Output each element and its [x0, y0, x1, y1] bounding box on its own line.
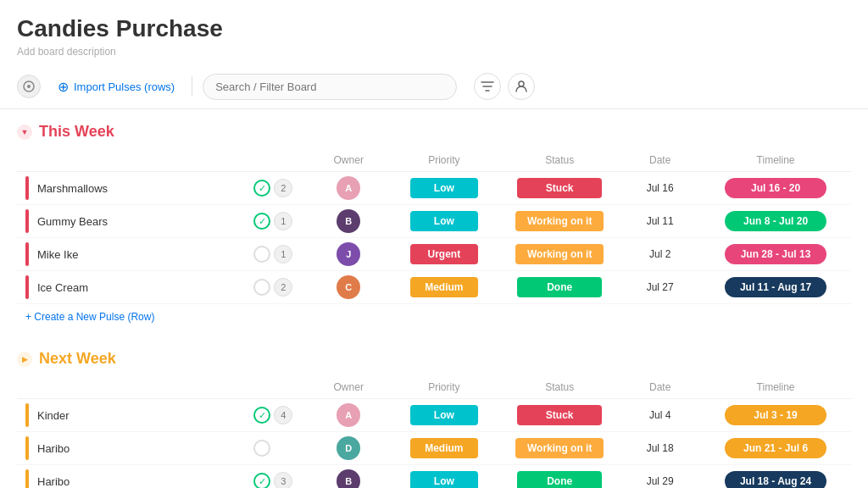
row-name[interactable]: Ice Cream — [37, 281, 88, 294]
import-button[interactable]: ⊕ Import Pulses (rows) — [51, 74, 181, 100]
table-row: Ice Cream 2 C Medium Done Jul 27 — [17, 271, 851, 304]
table-row: Haribo ✓ 3 B Low Done Jul 29 — [17, 465, 851, 489]
avatar: B — [337, 469, 360, 488]
row-status-cell[interactable]: Stuck — [499, 399, 620, 432]
group-next-week: ▶ Next Week Owner Priority Status Date T… — [17, 350, 851, 488]
status-badge[interactable]: Stuck — [517, 405, 602, 425]
timeline-badge[interactable]: Jun 8 - Jul 20 — [725, 211, 826, 231]
avatar: C — [337, 275, 360, 299]
row-checks-cell: 1 — [238, 238, 309, 271]
col-header-checks-nw — [238, 376, 309, 399]
row-status-cell[interactable]: Done — [499, 271, 620, 304]
priority-badge[interactable]: Urgent — [410, 244, 478, 264]
timeline-badge[interactable]: Jul 3 - 19 — [725, 405, 826, 425]
timeline-badge[interactable]: Jun 21 - Jul 6 — [725, 438, 826, 458]
toolbar: ⊕ Import Pulses (rows) — [0, 64, 868, 109]
row-timeline-cell[interactable]: Jul 16 - 20 — [700, 172, 851, 205]
row-name[interactable]: Haribo — [37, 475, 70, 488]
row-name-cell: Marshmallows — [17, 172, 238, 205]
row-owner-cell: A — [309, 399, 389, 432]
col-header-timeline: Timeline — [700, 149, 851, 172]
timeline-badge[interactable]: Jul 18 - Aug 24 — [725, 471, 826, 488]
row-priority-cell[interactable]: Low — [389, 465, 499, 489]
search-input[interactable] — [203, 74, 457, 100]
check-icon[interactable]: ✓ — [253, 407, 270, 424]
check-icon[interactable]: ✓ — [253, 213, 270, 230]
row-priority-cell[interactable]: Low — [389, 399, 499, 432]
row-date-cell: Jul 11 — [620, 205, 700, 238]
row-priority-cell[interactable]: Low — [389, 205, 499, 238]
col-header-priority: Priority — [389, 149, 499, 172]
timeline-badge[interactable]: Jul 11 - Aug 17 — [725, 277, 826, 297]
row-name-cell: Gummy Bears ✎ — [17, 205, 238, 238]
row-owner-cell: D — [309, 432, 389, 465]
priority-badge[interactable]: Low — [410, 211, 478, 231]
row-timeline-cell[interactable]: Jun 21 - Jul 6 — [700, 432, 851, 465]
priority-badge[interactable]: Low — [410, 471, 478, 488]
badge: 2 — [274, 179, 292, 197]
row-status-cell[interactable]: Working on it — [499, 432, 620, 465]
status-badge[interactable]: Done — [517, 277, 602, 297]
board-description[interactable]: Add board description — [17, 46, 851, 58]
row-name[interactable]: Gummy Bears ✎ — [37, 215, 120, 228]
row-name[interactable]: Mike Ike — [37, 248, 78, 261]
col-header-date: Date — [620, 149, 700, 172]
row-status-cell[interactable]: Working on it — [499, 205, 620, 238]
row-checks-cell: ✓ 4 — [238, 399, 309, 432]
row-date-cell: Jul 27 — [620, 271, 700, 304]
row-timeline-cell[interactable]: Jul 18 - Aug 24 — [700, 465, 851, 489]
row-timeline-cell[interactable]: Jun 28 - Jul 13 — [700, 238, 851, 271]
create-pulse-this-week[interactable]: + Create a New Pulse (Row) — [17, 304, 851, 330]
row-timeline-cell[interactable]: Jul 3 - 19 — [700, 399, 851, 432]
filter-icon-button[interactable] — [474, 73, 501, 100]
status-badge[interactable]: Working on it — [515, 438, 604, 458]
row-status-cell[interactable]: Done — [499, 465, 620, 489]
row-priority-cell[interactable]: Medium — [389, 271, 499, 304]
row-priority-cell[interactable]: Low — [389, 172, 499, 205]
group-next-week-collapse[interactable]: ▶ — [17, 352, 32, 367]
row-priority-cell[interactable]: Medium — [389, 432, 499, 465]
table-row: Gummy Bears ✎ ✓ 1 B Low Working on it Ju — [17, 205, 851, 238]
group-this-week-collapse[interactable]: ▼ — [17, 125, 32, 140]
col-header-name — [17, 149, 238, 172]
toggle-button[interactable] — [17, 75, 41, 98]
row-status-cell[interactable]: Working on it — [499, 238, 620, 271]
row-timeline-cell[interactable]: Jul 11 - Aug 17 — [700, 271, 851, 304]
badge: 4 — [274, 406, 292, 424]
check-icon[interactable] — [253, 440, 270, 457]
row-timeline-cell[interactable]: Jun 8 - Jul 20 — [700, 205, 851, 238]
check-icon[interactable] — [253, 246, 270, 263]
import-icon: ⊕ — [58, 79, 69, 95]
group-next-week-header: ▶ Next Week — [17, 350, 851, 368]
row-owner-cell: B — [309, 465, 389, 489]
status-badge[interactable]: Done — [517, 471, 602, 488]
check-icon[interactable]: ✓ — [253, 473, 270, 488]
timeline-badge[interactable]: Jul 16 - 20 — [725, 178, 826, 198]
col-header-status: Status — [499, 149, 620, 172]
priority-badge[interactable]: Low — [410, 178, 478, 198]
row-status-cell[interactable]: Stuck — [499, 172, 620, 205]
row-name[interactable]: Haribo — [37, 442, 70, 455]
timeline-badge[interactable]: Jun 28 - Jul 13 — [725, 244, 826, 264]
group-this-week-header: ▼ This Week — [17, 123, 851, 141]
priority-badge[interactable]: Medium — [410, 438, 478, 458]
row-name-cell: Haribo — [17, 432, 238, 465]
status-badge[interactable]: Stuck — [517, 178, 602, 198]
row-date-cell: Jul 2 — [620, 238, 700, 271]
status-badge[interactable]: Working on it — [515, 211, 604, 231]
row-name[interactable]: Kinder — [37, 409, 70, 422]
badge: 1 — [274, 245, 292, 263]
status-badge[interactable]: Working on it — [515, 244, 604, 264]
group-bar — [25, 275, 29, 299]
row-name[interactable]: Marshmallows — [37, 182, 108, 195]
check-icon[interactable]: ✓ — [253, 180, 270, 197]
user-icon-button[interactable] — [508, 73, 535, 100]
row-checks-cell: ✓ 3 — [238, 465, 309, 489]
check-icon[interactable] — [253, 279, 270, 296]
row-date-cell: Jul 18 — [620, 432, 700, 465]
priority-badge[interactable]: Low — [410, 405, 478, 425]
row-priority-cell[interactable]: Urgent — [389, 238, 499, 271]
row-owner-cell: B — [309, 205, 389, 238]
priority-badge[interactable]: Medium — [410, 277, 478, 297]
table-row: Kinder ✓ 4 A Low Stuck Jul 4 — [17, 399, 851, 432]
